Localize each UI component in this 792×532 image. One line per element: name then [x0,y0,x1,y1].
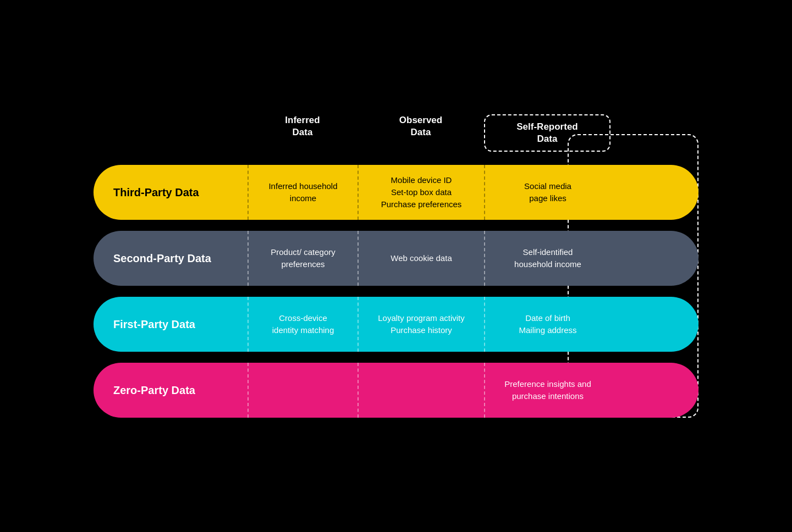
label-second-party: Second-Party Data [94,252,248,265]
cell-zero-self-reported: Preference insights andpurchase intentio… [484,363,610,418]
row-zero-party: Zero-Party Data Preference insights andp… [94,363,698,418]
cell-third-observed: Mobile device IDSet-top box dataPurchase… [358,165,484,220]
rows-wrapper: Third-Party Data Inferred householdincom… [94,165,698,418]
column-headers: InferredData ObservedData Self-ReportedD… [248,114,698,152]
chart-container: InferredData ObservedData Self-ReportedD… [94,103,698,429]
label-first-party: First-Party Data [94,318,248,331]
cell-third-inferred: Inferred householdincome [248,165,358,220]
header-self-reported: Self-ReportedData [484,114,610,152]
label-third-party: Third-Party Data [94,186,248,199]
cell-first-inferred: Cross-deviceidentity matching [248,297,358,352]
label-zero-party: Zero-Party Data [94,384,248,397]
header-observed: ObservedData [358,114,484,152]
row-second-party: Second-Party Data Product/ categoryprefe… [94,231,698,286]
row-third-party: Third-Party Data Inferred householdincom… [94,165,698,220]
row-first-party: First-Party Data Cross-deviceidentity ma… [94,297,698,352]
cell-third-self-reported: Social mediapage likes [484,165,610,220]
cell-second-observed: Web cookie data [358,231,484,286]
cell-zero-observed [358,363,484,418]
cell-second-self-reported: Self-identifiedhousehold income [484,231,610,286]
cell-first-self-reported: Date of birthMailing address [484,297,610,352]
data-rows: Third-Party Data Inferred householdincom… [94,165,698,418]
cell-zero-inferred [248,363,358,418]
header-inferred: InferredData [248,114,358,152]
cell-second-inferred: Product/ categorypreferences [248,231,358,286]
cell-first-observed: Loyalty program activityPurchase history [358,297,484,352]
